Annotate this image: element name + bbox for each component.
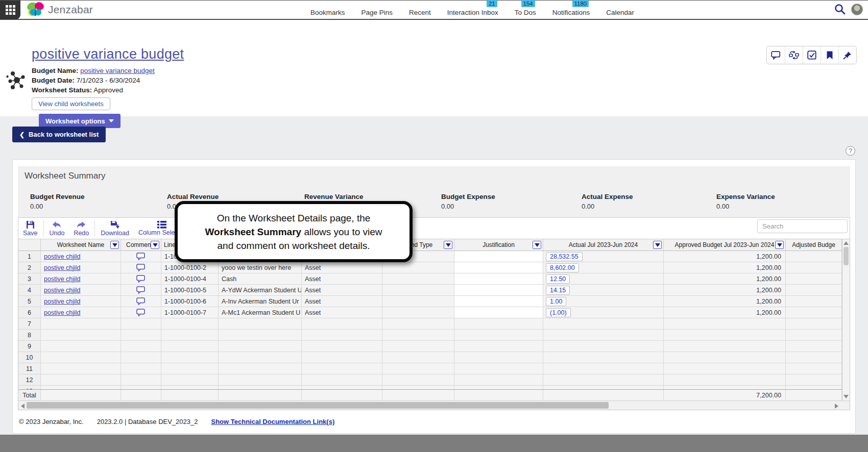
filter-icon[interactable]: [533, 241, 541, 249]
empty-cell: [161, 341, 219, 352]
worksheet-name-link[interactable]: postive chjild: [44, 287, 81, 294]
pin-button[interactable]: [838, 46, 856, 64]
row-number: 3: [18, 273, 41, 285]
adjusted-budget-cell: [786, 296, 842, 307]
back-to-worksheet-list-button[interactable]: ❮ Back to worksheet list: [12, 127, 106, 142]
scroll-up-icon[interactable]: [843, 241, 849, 245]
nav-calendar[interactable]: Calendar: [606, 9, 634, 16]
filter-icon[interactable]: [151, 241, 159, 249]
comment-icon[interactable]: [136, 264, 146, 271]
nav-bookmarks[interactable]: Bookmarks: [310, 9, 345, 16]
callout-line3: and comment on worksheet details.: [218, 239, 370, 253]
comments-button[interactable]: [767, 46, 785, 64]
worksheet-name-link[interactable]: postive chjild: [44, 309, 81, 316]
page-title[interactable]: positive variance budget: [32, 46, 184, 62]
empty-cell: [382, 330, 454, 341]
user-avatar[interactable]: [851, 4, 863, 15]
filter-icon[interactable]: [444, 241, 452, 249]
search-icon[interactable]: [834, 3, 846, 15]
justification-input-cell[interactable]: [454, 307, 543, 318]
budget-name-row: Budget Name: positive variance budget: [32, 66, 155, 76]
bookmark-button[interactable]: [821, 46, 838, 64]
worksheet-name-link[interactable]: postive chjild: [44, 298, 81, 305]
nav-notifications[interactable]: 1180Notifications: [552, 9, 590, 16]
grid-body: 1postive chjild1-1000-0100-1Asset28,532.…: [18, 251, 842, 389]
worksheet-name-link[interactable]: postive chjild: [44, 275, 81, 283]
justification-input-cell[interactable]: [454, 273, 543, 285]
grid-toolbar: Save Undo Redo: [18, 217, 850, 239]
table-row: 6postive chjild1-1000-0100-7A-Mc1 Ackerm…: [18, 307, 842, 318]
download-button[interactable]: Download: [96, 218, 134, 239]
actual-cell: 28,532.55: [543, 251, 664, 262]
row-number: 6: [18, 307, 41, 318]
comment-icon[interactable]: [136, 275, 146, 283]
empty-cell: [41, 341, 121, 352]
line-cell: 1-1000-0100-4: [161, 273, 219, 285]
actual-value-input[interactable]: 1.00: [546, 297, 566, 306]
filter-icon[interactable]: [110, 241, 119, 249]
empty-cell: [41, 318, 121, 330]
technical-documentation-link[interactable]: Show Technical Documentation Link(s): [211, 418, 334, 425]
horizontal-scrollbar[interactable]: [18, 400, 850, 410]
table-row: 3postive chjild1-1000-0100-4CashAsset12.…: [18, 273, 842, 285]
jenzabar-logo[interactable]: Jenzabar: [27, 2, 93, 17]
undo-icon: [52, 221, 62, 229]
save-icon: [26, 220, 35, 229]
empty-cell: [41, 330, 121, 341]
redo-button[interactable]: Redo: [69, 218, 93, 239]
empty-cell: [543, 318, 664, 330]
pushpin-icon: [843, 51, 852, 60]
undo-button[interactable]: Undo: [45, 218, 69, 239]
actual-value-input[interactable]: 12.50: [546, 274, 570, 284]
empty-cell: [454, 341, 543, 352]
worksheet-options-button[interactable]: Worksheet options: [39, 114, 120, 128]
save-button[interactable]: Save: [18, 218, 42, 239]
justification-input-cell[interactable]: [454, 285, 543, 296]
metric-budget-revenue: Budget Revenue0.00: [30, 193, 85, 210]
worksheet-name-link[interactable]: postive chjild: [44, 264, 81, 271]
worksheet-name-link[interactable]: postive chjild: [44, 253, 81, 260]
justification-input-cell[interactable]: [454, 262, 543, 273]
justification-input-cell[interactable]: [454, 296, 543, 307]
vertical-scroll-thumb[interactable]: [843, 247, 849, 265]
actual-value-input[interactable]: 8,602.00: [546, 263, 579, 272]
view-child-worksheets-button[interactable]: View child worksheets: [32, 97, 110, 110]
nav-interaction-inbox[interactable]: 21Interaction Inbox: [447, 9, 498, 16]
redo-icon: [76, 221, 86, 229]
actual-value-input[interactable]: 28,532.55: [546, 252, 583, 261]
col-header-name: Worksheet Name: [41, 239, 121, 251]
empty-cell: [121, 363, 161, 374]
justification-input-cell[interactable]: [454, 251, 543, 262]
scroll-left-icon[interactable]: [21, 404, 25, 409]
grid-search-input[interactable]: [757, 219, 848, 233]
empty-cell: [302, 318, 382, 330]
comment-icon[interactable]: [136, 309, 146, 316]
empty-cell: [302, 363, 382, 374]
comment-icon[interactable]: [136, 253, 146, 260]
budget-name-link[interactable]: positive variance budget: [80, 67, 155, 74]
empty-cell: [41, 352, 121, 363]
actual-value-input[interactable]: (1.00): [546, 308, 571, 317]
horizontal-scroll-thumb[interactable]: [27, 402, 609, 409]
table-row: 10: [18, 352, 842, 363]
nav-to-dos[interactable]: 154To Dos: [515, 9, 536, 16]
filter-icon[interactable]: [775, 241, 784, 249]
table-row: 5postive chjild1-1000-0100-6A-Inv Ackerm…: [18, 296, 842, 307]
vertical-scrollbar[interactable]: [842, 239, 850, 400]
help-icon[interactable]: ?: [846, 146, 855, 156]
worksheet-status-row: Worksheet Status: Approved: [32, 85, 155, 95]
worksheet-name-cell: postive chjild: [41, 296, 121, 307]
filter-icon[interactable]: [653, 241, 662, 249]
actual-value-input[interactable]: 14.15: [546, 286, 570, 295]
scroll-down-icon[interactable]: [843, 395, 849, 398]
nav-page-pins[interactable]: Page Pins: [361, 9, 393, 16]
comment-icon[interactable]: [136, 286, 146, 294]
app-menu-button[interactable]: [0, 1, 20, 19]
scroll-right-icon[interactable]: [835, 404, 838, 409]
table-row: 9: [18, 341, 842, 352]
nav-recent[interactable]: Recent: [409, 9, 431, 16]
workflow-button[interactable]: [785, 46, 803, 64]
comment-icon[interactable]: [136, 297, 146, 305]
tasks-button[interactable]: [803, 46, 821, 64]
comments-cell: [121, 262, 161, 273]
